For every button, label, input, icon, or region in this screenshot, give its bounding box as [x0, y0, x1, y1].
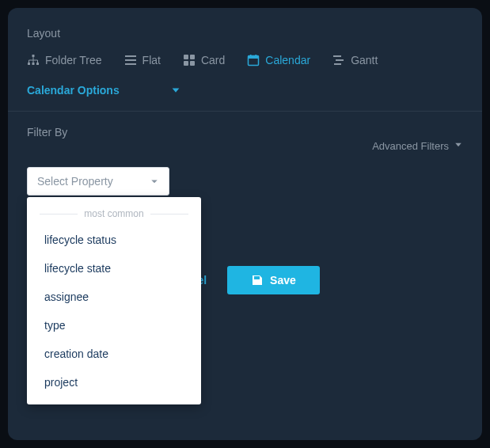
tab-calendar[interactable]: Calendar — [247, 54, 310, 66]
property-select-wrap: Select Property most common lifecycle st… — [27, 167, 463, 196]
svg-rect-5 — [125, 59, 136, 61]
layout-tabs: Folder Tree Flat Card Calendar Gantt — [27, 54, 463, 66]
tab-label: Calendar — [265, 54, 310, 66]
svg-rect-3 — [36, 63, 39, 65]
property-select[interactable]: Select Property — [27, 167, 169, 196]
tab-label: Flat — [142, 54, 161, 66]
advanced-filters-toggle[interactable]: Advanced Filters — [372, 140, 463, 152]
svg-rect-12 — [249, 56, 259, 59]
tab-label: Gantt — [351, 54, 378, 66]
chevron-down-icon — [150, 177, 159, 186]
gantt-icon — [332, 54, 345, 66]
svg-rect-6 — [125, 63, 136, 65]
svg-rect-4 — [125, 55, 136, 57]
svg-rect-14 — [256, 55, 257, 57]
tab-folder-tree[interactable]: Folder Tree — [27, 54, 102, 66]
svg-rect-7 — [184, 55, 188, 59]
save-icon — [251, 274, 264, 287]
list-icon — [124, 54, 137, 66]
svg-rect-13 — [250, 55, 252, 57]
dropdown-item[interactable]: lifecycle status — [27, 226, 201, 254]
grid-icon — [183, 54, 196, 66]
layout-title: Layout — [27, 27, 463, 40]
svg-rect-9 — [184, 61, 188, 66]
svg-rect-1 — [28, 63, 30, 65]
chevron-down-icon — [454, 140, 463, 152]
svg-rect-10 — [190, 61, 195, 66]
save-button[interactable]: Save — [227, 266, 320, 294]
calendar-options-toggle[interactable]: Calendar Options — [27, 84, 463, 97]
tree-icon — [27, 54, 40, 66]
select-placeholder: Select Property — [37, 175, 113, 188]
svg-rect-2 — [32, 63, 35, 65]
calendar-icon — [247, 54, 260, 66]
advanced-filters-label: Advanced Filters — [372, 140, 449, 152]
dropdown-item[interactable]: creation date — [27, 340, 201, 368]
svg-rect-15 — [333, 55, 341, 57]
calendar-options-label: Calendar Options — [27, 84, 120, 97]
divider — [8, 111, 482, 112]
filter-title: Filter By — [27, 126, 67, 139]
svg-rect-0 — [32, 55, 35, 57]
chevron-down-icon — [170, 85, 181, 96]
dropdown-group-label: most common — [27, 197, 201, 226]
dropdown-item[interactable]: assignee — [27, 283, 201, 311]
svg-rect-17 — [334, 63, 341, 65]
save-label: Save — [270, 274, 296, 287]
dropdown-item[interactable]: project — [27, 368, 201, 397]
dropdown-item[interactable]: type — [27, 311, 201, 340]
svg-rect-8 — [190, 55, 195, 59]
tab-gantt[interactable]: Gantt — [332, 54, 378, 66]
tab-card[interactable]: Card — [183, 54, 225, 66]
dropdown-scroll[interactable]: most common lifecycle status lifecycle s… — [27, 197, 201, 397]
tab-label: Card — [201, 54, 225, 66]
filter-section: Filter By Advanced Filters — [27, 126, 463, 153]
property-dropdown: most common lifecycle status lifecycle s… — [27, 197, 201, 404]
tab-flat[interactable]: Flat — [124, 54, 161, 66]
dropdown-item[interactable]: lifecycle state — [27, 254, 201, 283]
settings-panel: Layout Folder Tree Flat Card Calendar — [8, 8, 482, 440]
tab-label: Folder Tree — [45, 54, 102, 66]
svg-rect-16 — [336, 59, 344, 61]
